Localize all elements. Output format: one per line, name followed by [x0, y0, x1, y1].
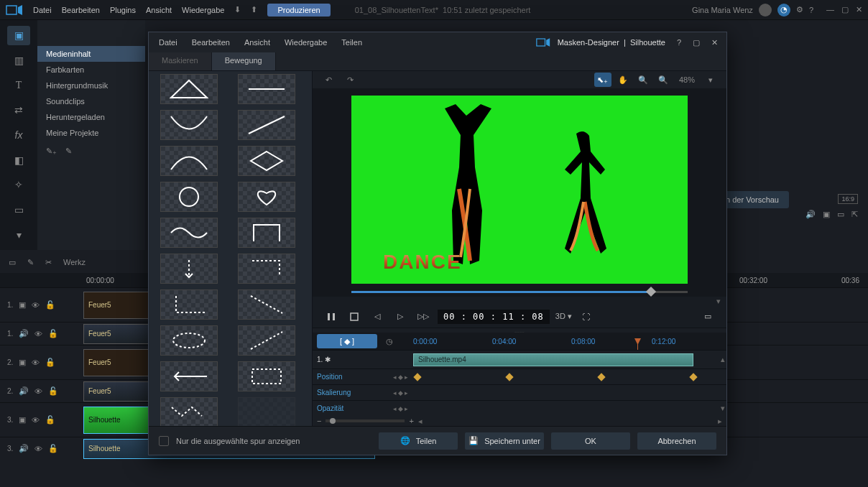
rail-subtitle-icon[interactable]: ▭ [7, 200, 30, 220]
zoom-out-icon[interactable]: 🔍 [634, 73, 652, 87]
path-arrow-left[interactable] [160, 361, 218, 391]
show-selected-track-checkbox[interactable] [159, 436, 169, 446]
user-avatar-icon[interactable] [759, 4, 772, 17]
window-maximize-icon[interactable]: ▢ [841, 5, 849, 14]
keyframe-diamond[interactable] [597, 373, 605, 381]
audio-track-icon[interactable]: 🔊 [19, 444, 29, 453]
aspect-ratio-badge[interactable]: 16:9 [838, 194, 858, 204]
add-keyframe-button[interactable]: [ ◆ ] [317, 334, 377, 348]
keyframe-diamond[interactable] [689, 373, 697, 381]
audio-toggle-icon[interactable]: 🔊 [805, 210, 816, 219]
dock-icon[interactable]: ▭ [699, 308, 716, 325]
visibility-icon[interactable]: 👁 [34, 445, 42, 453]
dialog-menu-teilen[interactable]: Teilen [341, 38, 362, 47]
fullscreen-icon[interactable]: ⛶ [578, 308, 595, 325]
notifications-icon[interactable]: ◔ [777, 4, 790, 17]
path-circle[interactable] [160, 182, 218, 212]
new-mask-icon[interactable]: ✎₊ [46, 147, 57, 156]
menu-plugins[interactable]: Plugins [110, 6, 136, 14]
popout-icon[interactable]: ⇱ [851, 210, 858, 219]
path-heart[interactable] [238, 182, 295, 212]
rail-particle-icon[interactable]: ✧ [7, 175, 30, 195]
import-icon[interactable]: ⬇ [234, 5, 241, 14]
next-key-icon[interactable]: ▸ [405, 405, 408, 412]
zoom-in-icon[interactable]: 🔍 [655, 73, 672, 87]
prev-key-icon[interactable]: ◂ [393, 374, 397, 381]
pointer-tool-icon[interactable]: ⬉₊ [594, 73, 611, 87]
stopwatch-icon[interactable]: ◷ [386, 337, 393, 346]
keyframe-diamond[interactable] [413, 373, 421, 381]
dialog-help-icon[interactable]: ? [677, 38, 681, 47]
cat-soundclips[interactable]: Soundclips [37, 93, 145, 109]
dialog-menu-bearbeiten[interactable]: Bearbeiten [192, 38, 230, 47]
zoom-level[interactable]: 48% [675, 75, 699, 84]
visibility-icon[interactable]: 👁 [32, 416, 40, 425]
path-ellipse-dotted[interactable] [160, 325, 218, 356]
path-diamond[interactable] [238, 146, 295, 176]
loop-icon[interactable]: ▭ [837, 210, 844, 219]
preview-collapse-icon[interactable]: ▾ [716, 297, 721, 305]
pan-tool-icon[interactable]: ✋ [614, 73, 632, 87]
prev-frame-icon[interactable]: ◁ [369, 308, 386, 325]
path-curve-convex[interactable] [160, 146, 218, 176]
visibility-icon[interactable]: 👁 [34, 330, 42, 338]
dialog-maximize-icon[interactable]: ▢ [693, 38, 700, 47]
redo-icon[interactable]: ↷ [341, 73, 359, 87]
path-diag2-dotted[interactable] [238, 325, 295, 356]
stop-icon[interactable] [346, 308, 363, 325]
visibility-icon[interactable]: 👁 [32, 301, 40, 310]
path-zigzag-dotted[interactable] [160, 397, 218, 426]
cat-hintergrundmusik[interactable]: Hintergrundmusik [37, 78, 145, 93]
fast-forward-icon[interactable]: ▷▷ [415, 308, 432, 325]
lock-icon[interactable]: 🔓 [45, 358, 55, 367]
undo-icon[interactable]: ↶ [320, 73, 337, 87]
3d-toggle[interactable]: 3D ▾ [555, 312, 572, 321]
video-track-icon[interactable]: ▣ [19, 358, 26, 367]
preview-canvas[interactable]: DANCE ↖ [313, 88, 726, 297]
path-diag-dotted[interactable] [238, 289, 295, 320]
tool-razor-icon[interactable]: ✎ [27, 258, 34, 267]
path-wave[interactable] [160, 218, 218, 248]
cat-farbkarten[interactable]: Farbkarten [37, 62, 145, 78]
cat-meineprojekte[interactable]: Meine Projekte [37, 125, 145, 141]
rail-transition-icon[interactable]: ⇄ [7, 101, 30, 120]
menu-bearbeiten[interactable]: Bearbeiten [62, 6, 100, 14]
tab-maskieren[interactable]: Maskieren [149, 52, 212, 70]
audio-track-icon[interactable]: 🔊 [19, 386, 29, 396]
path-u-shape[interactable] [238, 218, 295, 248]
preview-progress-bar[interactable] [351, 291, 688, 293]
share-button[interactable]: 🌐Teilen [379, 432, 458, 450]
ok-button[interactable]: OK [551, 432, 630, 450]
dialog-menu-ansicht[interactable]: Ansicht [244, 38, 270, 47]
settings-gear-icon[interactable]: ⚙ [796, 5, 803, 14]
lock-icon[interactable]: 🔓 [45, 300, 55, 310]
cat-medieninhalt[interactable]: Medieninhalt [37, 46, 145, 62]
path-triangle[interactable] [160, 74, 218, 104]
menu-datei[interactable]: Datei [33, 6, 52, 14]
rail-fx-icon[interactable]: fx [7, 126, 30, 145]
add-key-icon[interactable]: ◆ [398, 405, 403, 412]
cancel-button[interactable]: Abbrechen [637, 432, 716, 450]
tool-select-icon[interactable]: ▭ [9, 258, 16, 267]
window-minimize-icon[interactable]: — [826, 5, 834, 14]
prop-opazitaet[interactable]: Opazität [313, 404, 393, 412]
export-icon[interactable]: ⬆ [251, 5, 257, 14]
keyframe-diamond[interactable] [505, 373, 513, 381]
hscroll-left-icon[interactable]: ◂ [418, 417, 423, 426]
path-rect-dotted[interactable] [238, 361, 295, 391]
produce-button[interactable]: Produzieren [267, 4, 330, 17]
rail-text-icon[interactable]: T [7, 75, 30, 95]
rail-media-icon[interactable]: ▣ [7, 26, 30, 45]
lock-icon[interactable]: 🔓 [48, 329, 58, 338]
edit-mask-icon[interactable]: ✎ [65, 147, 72, 156]
lock-icon[interactable]: 🔓 [48, 444, 58, 453]
path-L-dotted[interactable] [160, 289, 218, 320]
scrollbar-up-icon[interactable]: ▴ [721, 355, 725, 364]
next-key-icon[interactable]: ▸ [405, 374, 408, 381]
path-curve-concave[interactable] [160, 110, 218, 140]
zoom-dropdown-icon[interactable]: ▾ [702, 73, 719, 87]
prev-key-icon[interactable]: ◂ [393, 405, 397, 412]
video-track-icon[interactable]: ▣ [19, 415, 26, 425]
video-track-icon[interactable]: ▣ [19, 300, 26, 310]
audio-track-icon[interactable]: 🔊 [19, 329, 29, 338]
